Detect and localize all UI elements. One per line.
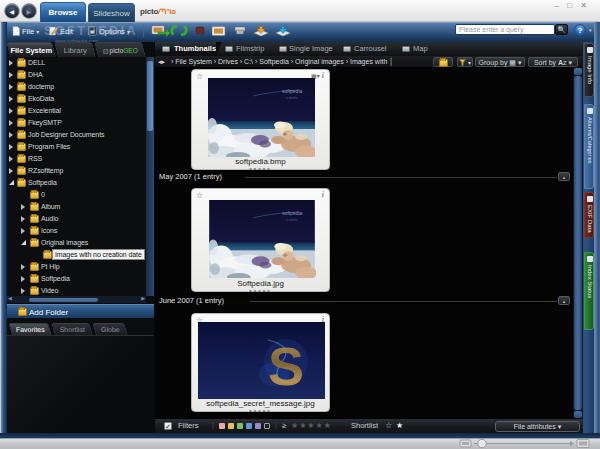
svg-text:it works: it works xyxy=(286,96,298,100)
svg-text:S: S xyxy=(268,336,304,396)
svg-text:softpedia: softpedia xyxy=(282,211,302,216)
svg-text:softpedia: softpedia xyxy=(282,88,303,94)
svg-text:it works: it works xyxy=(286,218,298,222)
